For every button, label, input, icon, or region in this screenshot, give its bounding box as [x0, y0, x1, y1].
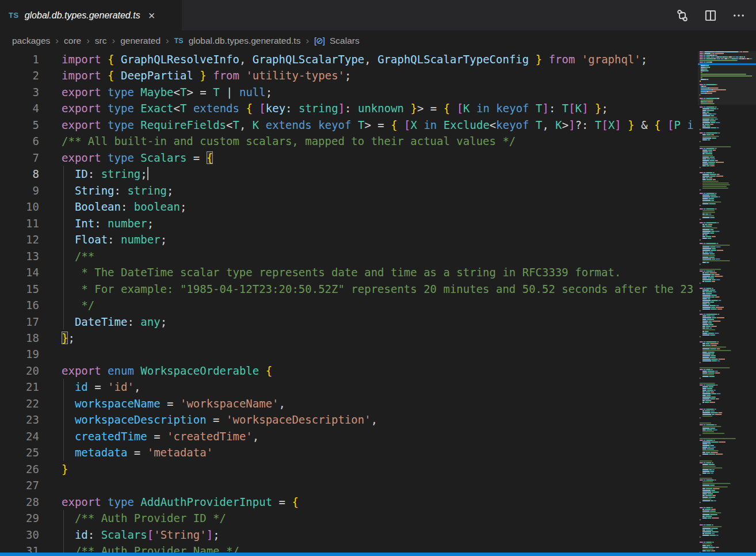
code-line-content [39, 477, 62, 493]
breadcrumb-separator-icon: › [86, 36, 90, 47]
code-line[interactable]: 9 String: string; [0, 182, 698, 199]
code-line-content [39, 346, 62, 362]
line-number: 3 [0, 84, 39, 100]
code-line-content: /** Auth Provider ID */ [39, 510, 226, 526]
code-line[interactable]: 4export type Exact<T extends { [key: str… [0, 100, 698, 116]
line-number: 12 [0, 231, 39, 247]
code-line[interactable]: 27 [0, 477, 698, 493]
code-line-content: } [39, 461, 68, 477]
line-number: 25 [0, 444, 39, 460]
code-line-content: import { GraphQLResolveInfo, GraphQLScal… [39, 51, 647, 67]
code-line-content: * The DateTime scalar type represents da… [39, 264, 621, 280]
code-line[interactable]: 12 Float: number; [0, 231, 698, 247]
breadcrumb-item-file[interactable]: global.db.types.generated.ts [189, 36, 301, 46]
code-line-content: /** [39, 248, 94, 264]
code-line[interactable]: 11 Int: number; [0, 215, 698, 231]
line-number: 24 [0, 428, 39, 444]
code-line[interactable]: 13 /** [0, 248, 698, 264]
line-number: 30 [0, 527, 39, 543]
code-line[interactable]: 1import { GraphQLResolveInfo, GraphQLSca… [0, 51, 698, 67]
code-line[interactable]: 16 */ [0, 297, 698, 313]
code-line-content: metadata = 'metadata' [39, 444, 213, 460]
code-line[interactable]: 20export enum WorkspaceOrderable { [0, 363, 698, 379]
code-line[interactable]: 17 DateTime: any; [0, 314, 698, 330]
code-line-content: }; [39, 330, 75, 346]
line-number: 11 [0, 215, 39, 231]
line-number: 26 [0, 461, 39, 477]
line-number: 5 [0, 117, 39, 133]
code-line-content: workspaceName = 'workspaceName', [39, 395, 285, 412]
code-line-content: import { DeepPartial } from 'utility-typ… [39, 67, 351, 83]
code-line-content: createdTime = 'createdTime', [39, 428, 259, 444]
status-bar [0, 553, 756, 556]
symbol-type-icon: [⊘] [314, 36, 324, 46]
typescript-file-icon: TS [174, 37, 184, 45]
compare-changes-icon[interactable] [675, 9, 689, 22]
line-number: 9 [0, 182, 39, 199]
text-cursor [147, 167, 148, 180]
line-number: 8 [0, 166, 39, 182]
code-line[interactable]: 30 id: Scalars['String']; [0, 527, 698, 543]
code-lines[interactable]: 1import { GraphQLResolveInfo, GraphQLSca… [0, 51, 698, 553]
line-number: 14 [0, 264, 39, 280]
code-line[interactable]: 19 [0, 346, 698, 362]
code-line-content: */ [39, 297, 94, 313]
indent-guide [63, 166, 64, 330]
code-line-content: /** All built-in and custom scalars, map… [39, 133, 516, 149]
code-line-content: id: Scalars['String']; [39, 527, 220, 543]
code-line[interactable]: 31 /** Auth Provider Name */ [0, 543, 698, 553]
breadcrumb-separator-icon: › [112, 36, 116, 47]
code-line[interactable]: 28export type AddAuthProviderInput = { [0, 494, 698, 510]
code-line-content: Int: number; [39, 215, 154, 231]
breadcrumb-item-packages[interactable]: packages [12, 36, 50, 46]
code-line-content: ID: string; [39, 166, 148, 182]
code-line[interactable]: 21 id = 'id', [0, 379, 698, 395]
code-line[interactable]: 25 metadata = 'metadata' [0, 444, 698, 460]
code-line[interactable]: 6/** All built-in and custom scalars, ma… [0, 133, 698, 149]
code-line[interactable]: 26} [0, 461, 698, 477]
line-number: 10 [0, 199, 39, 215]
editor-actions [675, 0, 756, 31]
line-number: 28 [0, 494, 39, 510]
line-number: 31 [0, 543, 39, 553]
tab-bar: TS global.db.types.generated.ts × [0, 0, 756, 31]
more-actions-icon[interactable] [732, 9, 746, 22]
code-line-content: workspaceDescription = 'workspaceDescrip… [39, 412, 377, 428]
line-number: 4 [0, 100, 39, 116]
code-line[interactable]: 14 * The DateTime scalar type represents… [0, 264, 698, 280]
breadcrumb-item-src[interactable]: src [95, 36, 107, 46]
line-number: 18 [0, 330, 39, 346]
breadcrumb-item-generated[interactable]: generated [120, 36, 161, 46]
code-line[interactable]: 5export type RequireFields<T, K extends … [0, 117, 698, 133]
code-line[interactable]: 24 createdTime = 'createdTime', [0, 428, 698, 444]
code-line-content: id = 'id', [39, 379, 140, 395]
code-line[interactable]: 3export type Maybe<T> = T | null; [0, 84, 698, 100]
code-line[interactable]: 8 ID: string; [0, 166, 698, 182]
code-line-content: /** Auth Provider Name */ [39, 543, 239, 553]
code-line[interactable]: 22 workspaceName = 'workspaceName', [0, 395, 698, 412]
code-line[interactable]: 23 workspaceDescription = 'workspaceDesc… [0, 412, 698, 428]
code-line-content: export enum WorkspaceOrderable { [39, 363, 272, 379]
code-line-content: Boolean: boolean; [39, 199, 186, 215]
breadcrumb-item-core[interactable]: core [64, 36, 81, 46]
line-number: 19 [0, 346, 39, 362]
code-line[interactable]: 7export type Scalars = { [0, 150, 698, 166]
split-editor-icon[interactable] [704, 9, 717, 22]
tab-global-db-types-generated-ts[interactable]: TS global.db.types.generated.ts × [0, 0, 182, 31]
breadcrumb: packages › core › src › generated › TS g… [0, 31, 756, 51]
line-number: 29 [0, 510, 39, 526]
indent-guide [63, 379, 64, 460]
breadcrumb-item-symbol-scalars[interactable]: Scalars [330, 36, 360, 46]
code-line[interactable]: 15 * For example: "1985-04-12T23:20:50.5… [0, 281, 698, 297]
code-editor[interactable]: 1import { GraphQLResolveInfo, GraphQLSca… [0, 51, 698, 553]
code-line-content: * For example: "1985-04-12T23:20:50.52Z"… [39, 281, 693, 297]
line-number: 7 [0, 150, 39, 166]
tab-title: global.db.types.generated.ts [25, 10, 140, 21]
line-number: 15 [0, 281, 39, 297]
code-line[interactable]: 18}; [0, 330, 698, 346]
close-tab-icon[interactable]: × [148, 10, 155, 21]
code-line[interactable]: 2import { DeepPartial } from 'utility-ty… [0, 67, 698, 83]
code-line[interactable]: 10 Boolean: boolean; [0, 199, 698, 215]
minimap[interactable] [698, 51, 756, 553]
code-line[interactable]: 29 /** Auth Provider ID */ [0, 510, 698, 526]
